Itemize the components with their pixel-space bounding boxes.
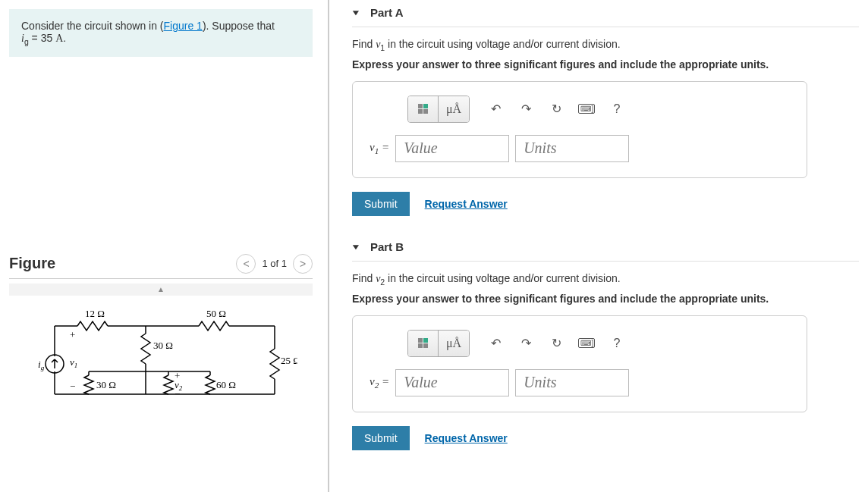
circuit-diagram: 12 Ω 50 Ω 30 Ω 25 Ω 30 Ω 60 Ω ig + v1 − … [24,303,297,409]
template-button[interactable] [408,331,439,356]
question-text: Find v1 in the circuit using voltage and… [352,38,859,52]
part-a-section: ▼ Part A Find v1 in the circuit using vo… [352,0,859,216]
redo-button[interactable]: ↷ [512,331,539,356]
keyboard-button[interactable]: ⌨ ] [573,96,600,122]
svg-text:30 Ω: 30 Ω [153,340,173,351]
undo-button[interactable]: ↶ [482,96,509,122]
request-answer-link[interactable]: Request Answer [425,198,508,210]
question-text: Find v2 in the circuit using voltage and… [352,272,859,287]
units-angstrom-button[interactable]: μÅ [439,96,469,122]
svg-text:−: − [175,388,180,400]
svg-text:v1: v1 [70,356,77,369]
answer-box: μÅ ↶ ↷ ↻ ⌨ ] ? v2 = [352,315,807,412]
help-button[interactable]: ? [603,331,631,356]
answer-label: v1 = [370,141,389,155]
reset-button[interactable]: ↻ [542,331,570,356]
svg-text:25 Ω: 25 Ω [281,355,297,366]
submit-button[interactable]: Submit [352,192,410,216]
help-button[interactable]: ? [603,96,631,122]
svg-text:60 Ω: 60 Ω [216,379,236,390]
submit-button[interactable]: Submit [352,426,410,450]
figure-prev-button[interactable]: < [236,254,256,274]
svg-text:50 Ω: 50 Ω [206,308,226,319]
part-title: Part A [370,6,404,19]
template-button[interactable] [408,96,439,122]
problem-statement: Consider the circuit shown in (Figure 1)… [9,9,313,57]
instruction-text: Express your answer to three significant… [352,293,859,305]
reset-button[interactable]: ↻ [542,96,570,122]
svg-text:12 Ω: 12 Ω [85,308,105,319]
value-input[interactable] [395,369,509,396]
figure-next-button[interactable]: > [293,254,313,274]
answer-box: μÅ ↶ ↷ ↻ ⌨ ] ? v1 = [352,81,807,178]
keyboard-button[interactable]: ⌨ ] [573,331,600,356]
instruction-text: Express your answer to three significant… [352,58,859,71]
figure-link[interactable]: Figure 1 [164,20,203,32]
collapse-icon[interactable]: ▼ [351,8,361,17]
figure-counter: 1 of 1 [262,258,287,269]
request-answer-link[interactable]: Request Answer [425,432,508,444]
scroll-up-icon[interactable]: ▲ [9,284,313,296]
collapse-icon[interactable]: ▼ [351,243,361,251]
answer-label: v2 = [370,375,389,390]
redo-button[interactable]: ↷ [512,96,539,122]
problem-text: Consider the circuit shown in ( [21,20,164,32]
figure-title: Figure [9,255,55,272]
undo-button[interactable]: ↶ [482,331,509,356]
units-input[interactable] [515,369,629,396]
svg-text:ig: ig [38,359,45,371]
value-input[interactable] [395,135,509,162]
part-title: Part B [370,240,404,253]
svg-text:+: + [70,329,75,340]
svg-text:30 Ω: 30 Ω [96,379,116,390]
units-input[interactable] [515,135,629,162]
part-b-section: ▼ Part B Find v2 in the circuit using vo… [352,234,859,450]
units-angstrom-button[interactable]: μÅ [439,331,469,356]
svg-text:−: − [70,381,75,392]
